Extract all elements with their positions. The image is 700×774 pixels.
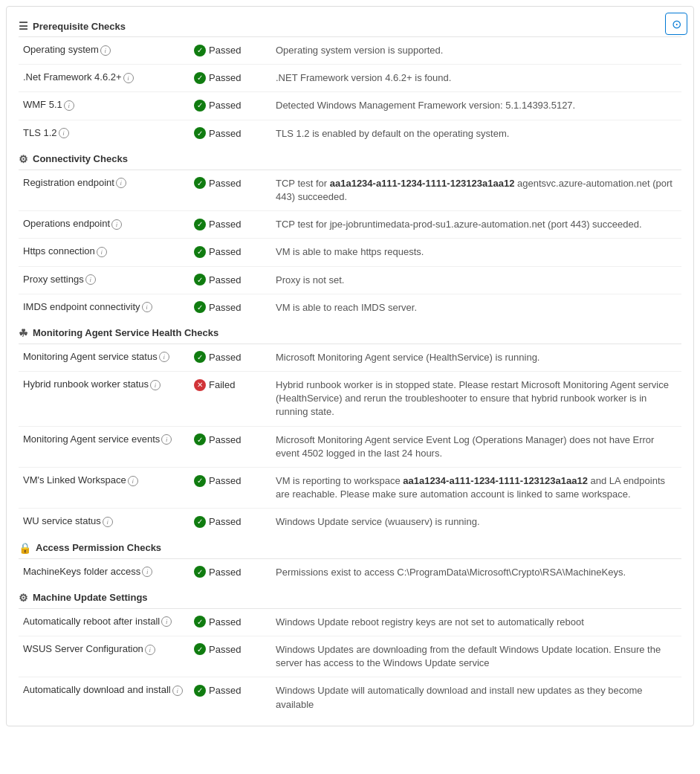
info-icon[interactable]: i (159, 352, 169, 362)
section-monitoring: ☘Monitoring Agent Service Health ChecksM… (19, 321, 681, 536)
check-name: MachineKeys folder access (23, 566, 140, 577)
info-icon[interactable]: i (145, 645, 155, 655)
section-label-connectivity: Connectivity Checks (33, 153, 128, 164)
section-icon-connectivity: ⚙ (19, 153, 28, 165)
info-icon[interactable]: i (142, 302, 152, 312)
check-status-cell: ✕Failed (189, 372, 271, 427)
section-header-monitoring: ☘Monitoring Agent Service Health Checks (19, 321, 681, 344)
section-header-connectivity: ⚙Connectivity Checks (19, 147, 681, 170)
check-name: Automatically reboot after install (23, 616, 160, 627)
info-icon[interactable]: i (150, 380, 161, 390)
pass-icon: ✓ (194, 246, 206, 258)
check-name-cell: Automatically download and installi (19, 677, 189, 718)
check-name-cell: WMF 5.1i (19, 92, 189, 120)
status-badge: ✓Passed (194, 45, 241, 57)
check-status-cell: ✓Passed (189, 636, 271, 677)
info-icon[interactable]: i (64, 100, 74, 111)
status-text: Passed (209, 644, 241, 655)
info-icon[interactable]: i (128, 476, 138, 486)
info-icon[interactable]: i (116, 178, 126, 188)
check-name: WSUS Server Configuration (23, 643, 143, 654)
info-icon[interactable]: i (59, 128, 69, 138)
check-name: Hybrid runbook worker status (23, 378, 149, 390)
check-status-cell: ✓Passed (189, 37, 271, 65)
status-badge: ✓Passed (194, 516, 241, 528)
check-description: Microsoft Monitoring Agent service (Heal… (271, 344, 681, 372)
section-prerequisite: ☰Prerequisite ChecksOperating systemi✓Pa… (19, 14, 681, 147)
info-icon[interactable]: i (97, 247, 107, 257)
check-description: Windows Update reboot registry keys are … (271, 609, 681, 636)
table-row: Automatically reboot after installi✓Pass… (19, 609, 681, 636)
status-badge: ✕Failed (194, 379, 235, 391)
check-description: .NET Framework version 4.6.2+ is found. (271, 65, 681, 92)
check-name: WU service status (23, 515, 101, 526)
check-name-cell: WSUS Server Configurationi (19, 636, 189, 677)
status-badge: ✓Passed (194, 127, 241, 139)
check-name-cell: Proxy settingsi (19, 266, 189, 294)
capture-button[interactable]: ⊙ (665, 13, 687, 35)
pass-icon: ✓ (194, 566, 206, 578)
check-name-cell: Registration endpointi (19, 170, 189, 211)
status-text: Passed (209, 274, 241, 286)
pass-icon: ✓ (194, 616, 206, 628)
table-row: WSUS Server Configurationi✓PassedWindows… (19, 636, 681, 677)
section-header-prerequisite: ☰Prerequisite Checks (19, 14, 681, 37)
table-row: TLS 1.2i✓PassedTLS 1.2 is enabled by def… (19, 120, 681, 147)
info-icon[interactable]: i (111, 219, 122, 230)
check-name: Proxy settings (23, 274, 84, 285)
status-text: Passed (209, 685, 241, 696)
check-name: IMDS endpoint connectivity (23, 301, 140, 312)
pass-icon: ✓ (194, 274, 206, 286)
capture-icon: ⊙ (672, 17, 681, 31)
status-text: Passed (209, 352, 241, 363)
table-row: MachineKeys folder accessi✓PassedPermiss… (19, 559, 681, 586)
check-name-cell: Monitoring Agent service eventsi (19, 426, 189, 467)
info-icon[interactable]: i (142, 567, 152, 577)
info-icon[interactable]: i (123, 73, 134, 83)
check-name-cell: Operations endpointi (19, 211, 189, 239)
check-name: Monitoring Agent service status (23, 351, 158, 362)
check-description: TLS 1.2 is enabled by default on the ope… (271, 120, 681, 147)
info-icon[interactable]: i (85, 274, 96, 285)
table-row: WU service statusi✓PassedWindows Update … (19, 509, 681, 536)
main-container: ⊙ ☰Prerequisite ChecksOperating systemi✓… (6, 6, 694, 726)
check-status-cell: ✓Passed (189, 266, 271, 294)
table-row: Operations endpointi✓PassedTCP test for … (19, 211, 681, 239)
check-name: TLS 1.2 (23, 127, 57, 138)
info-icon[interactable]: i (100, 45, 111, 56)
pass-icon: ✓ (194, 100, 206, 112)
check-status-cell: ✓Passed (189, 211, 271, 239)
pass-icon: ✓ (194, 127, 206, 139)
status-badge: ✓Passed (194, 219, 241, 230)
status-badge: ✓Passed (194, 433, 241, 445)
status-badge: ✓Passed (194, 72, 241, 84)
check-name-cell: Operating systemi (19, 37, 189, 65)
pass-icon: ✓ (194, 72, 206, 84)
check-name-cell: TLS 1.2i (19, 120, 189, 147)
check-status-cell: ✓Passed (189, 120, 271, 147)
check-name: VM's Linked Workspace (23, 474, 126, 486)
check-status-cell: ✓Passed (189, 677, 271, 718)
pass-icon: ✓ (194, 685, 206, 697)
check-name: Https connection (23, 245, 95, 257)
table-monitoring: Monitoring Agent service statusi✓PassedM… (19, 344, 681, 536)
section-label-machineupdate: Machine Update Settings (33, 592, 148, 603)
check-name-cell: Automatically reboot after installi (19, 609, 189, 636)
info-icon[interactable]: i (172, 686, 183, 696)
info-icon[interactable]: i (103, 517, 113, 527)
section-header-access: 🔒Access Permission Checks (19, 536, 681, 559)
pass-icon: ✓ (194, 351, 206, 363)
status-badge: ✓Passed (194, 301, 241, 313)
info-icon[interactable]: i (161, 434, 172, 445)
table-row: Https connectioni✓PassedVM is able to ma… (19, 239, 681, 266)
status-text: Passed (209, 178, 241, 189)
status-text: Passed (209, 475, 241, 486)
status-badge: ✓Passed (194, 643, 241, 655)
status-text: Passed (209, 516, 241, 527)
check-status-cell: ✓Passed (189, 609, 271, 636)
info-icon[interactable]: i (161, 616, 172, 627)
check-name: Automatically download and install (23, 684, 171, 695)
table-row: Proxy settingsi✓PassedProxy is not set. (19, 266, 681, 294)
check-name: Monitoring Agent service events (23, 433, 160, 445)
status-text: Passed (209, 246, 241, 257)
